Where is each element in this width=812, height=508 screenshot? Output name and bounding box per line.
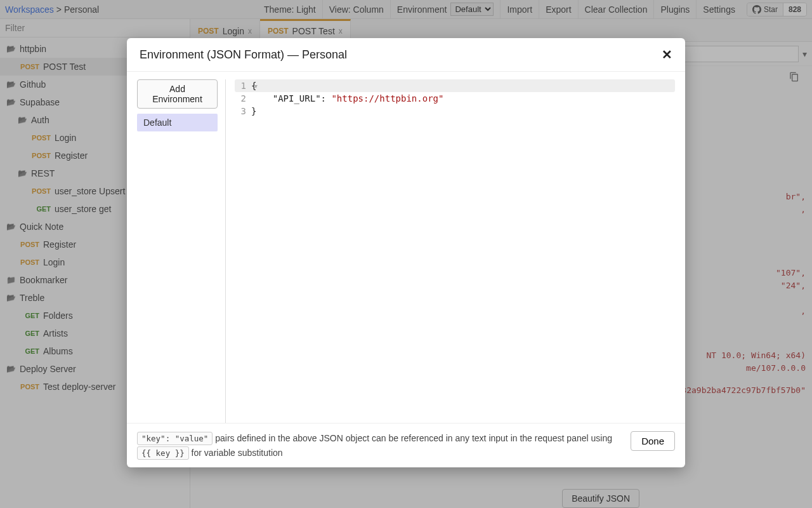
- modal-overlay[interactable]: Environment (JSON Format) — Personal ✕ A…: [0, 0, 812, 508]
- modal-close-icon[interactable]: ✕: [662, 47, 672, 62]
- modal-footer: "key": "value" pairs defined in the abov…: [127, 423, 685, 467]
- add-environment-button[interactable]: Add Environment: [137, 79, 218, 109]
- environment-list-pane: Add Environment Default: [137, 79, 226, 423]
- modal-title: Environment (JSON Format) — Personal: [140, 48, 347, 62]
- modal-header: Environment (JSON Format) — Personal ✕: [127, 38, 685, 72]
- gutter-line-3: 3: [235, 106, 251, 116]
- done-button[interactable]: Done: [631, 431, 675, 451]
- environment-entry-default[interactable]: Default: [137, 114, 218, 131]
- kbd-key-value: "key": "value": [137, 432, 213, 445]
- code-line-2: "API_URL": "https://httpbin.org": [251, 93, 443, 104]
- modal-footer-text: "key": "value" pairs defined in the abov…: [137, 431, 624, 460]
- environment-json-editor[interactable]: 1▼ { 2 "API_URL": "https://httpbin.org" …: [226, 79, 675, 423]
- code-line-3: }: [251, 106, 256, 116]
- gutter-line-1: 1▼: [235, 81, 251, 91]
- environment-modal: Environment (JSON Format) — Personal ✕ A…: [127, 38, 685, 467]
- fold-marker-icon[interactable]: ▼: [254, 83, 258, 90]
- kbd-key-template: {{ key }}: [137, 446, 189, 460]
- gutter-line-2: 2: [235, 93, 251, 104]
